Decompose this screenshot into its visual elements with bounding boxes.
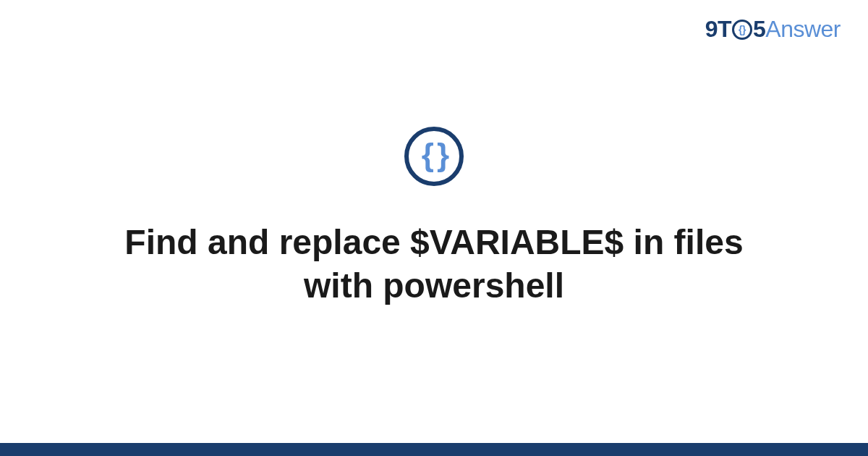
main-content: { } Find and replace $VARIABLE$ in files… xyxy=(0,0,868,456)
footer-bar xyxy=(0,443,868,456)
page-title: Find and replace $VARIABLE$ in files wit… xyxy=(72,221,796,308)
braces-icon: { } xyxy=(422,139,446,171)
category-icon-circle: { } xyxy=(404,127,464,186)
